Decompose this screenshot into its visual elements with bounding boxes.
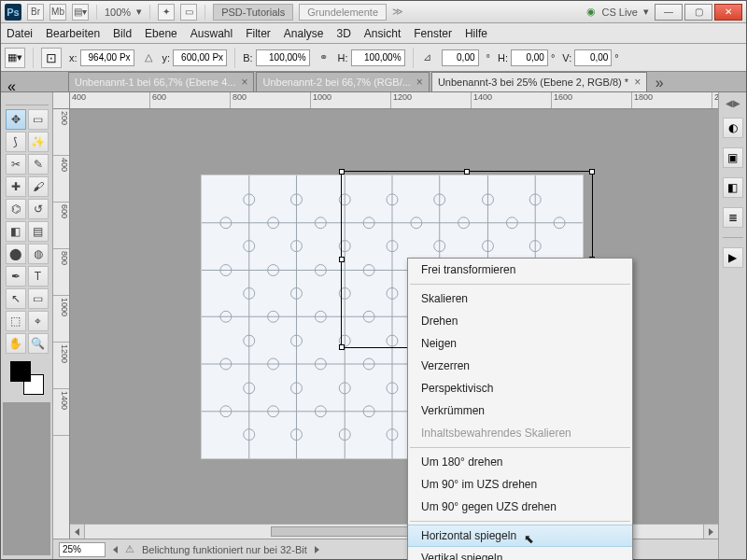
link-wh-icon[interactable]: ⚭ <box>317 51 331 63</box>
w-input[interactable] <box>256 49 310 66</box>
doc-tab-3[interactable]: Unbenannt-3 bei 25% (Ebene 2, RGB/8) *× <box>431 72 647 91</box>
eraser-tool[interactable]: ◧ <box>6 221 26 242</box>
3d-tool[interactable]: ⬚ <box>6 311 26 331</box>
color-panel-icon[interactable]: ◐ <box>723 118 743 138</box>
workspace-tab-2[interactable]: Grundelemente <box>299 4 387 21</box>
scroll-right-button[interactable] <box>703 525 718 539</box>
transform-tool-icon[interactable]: ▦▾ <box>5 48 25 68</box>
ruler-corner[interactable] <box>53 92 70 108</box>
reference-point-icon[interactable]: ⊡ <box>41 48 62 68</box>
transform-handle[interactable] <box>339 257 345 262</box>
context-menu-item[interactable]: Vertikal spiegeln <box>408 547 632 560</box>
hand-tool-button[interactable]: ✦ <box>158 4 175 21</box>
menu-analyse[interactable]: Analyse <box>284 27 324 40</box>
menu-filter[interactable]: Filter <box>246 27 271 40</box>
minibridge-button[interactable]: Mb <box>49 4 66 21</box>
ruler-vertical[interactable]: 200400600800100012001400 <box>53 109 70 539</box>
lasso-tool[interactable]: ⟆ <box>6 132 26 152</box>
menu-ansicht[interactable]: Ansicht <box>364 27 401 40</box>
foreground-color[interactable] <box>10 361 31 382</box>
zoom-tool[interactable]: 🔍 <box>28 333 49 354</box>
layers-panel-icon[interactable]: ≣ <box>723 207 743 228</box>
close-icon[interactable]: × <box>416 76 423 89</box>
x-input[interactable] <box>80 49 134 66</box>
menu-bearbeiten[interactable]: Bearbeiten <box>46 27 100 40</box>
context-menu-item[interactable]: Horizontal spiegeln⬉ <box>408 525 632 547</box>
marquee-tool[interactable]: ▭ <box>28 109 49 130</box>
chevron-double-right-icon[interactable]: ≫ <box>392 6 403 18</box>
chevron-double-left-icon[interactable]: « <box>7 78 21 91</box>
ruler-horizontal[interactable]: 400600800100012001400160018002000 <box>53 92 718 109</box>
doc-tab-1[interactable]: Unbenannt-1 bei 66,7% (Ebene 4...× <box>68 72 254 91</box>
context-menu-item[interactable]: Um 90° gegen UZS drehen <box>408 496 632 518</box>
prev-icon[interactable] <box>113 546 118 553</box>
context-menu-item[interactable]: Skalieren <box>408 287 632 310</box>
path-select-tool[interactable]: ↖ <box>6 288 26 309</box>
dodge-tool[interactable]: ◍ <box>28 244 49 264</box>
wand-tool[interactable]: ✨ <box>28 132 49 152</box>
close-button[interactable]: ✕ <box>714 4 742 21</box>
toolbox-handle[interactable] <box>6 96 49 105</box>
delta-icon[interactable]: △ <box>142 51 155 63</box>
context-menu-item[interactable]: Verkrümmen <box>408 399 632 422</box>
eyedropper-tool[interactable]: ✎ <box>28 154 49 175</box>
view-tool-button[interactable]: ▭ <box>180 4 197 21</box>
y-input[interactable] <box>173 49 227 66</box>
close-icon[interactable]: × <box>634 76 641 89</box>
transform-handle[interactable] <box>464 169 470 175</box>
menu-fenster[interactable]: Fenster <box>414 27 452 40</box>
cs-live-label[interactable]: CS Live <box>601 7 638 18</box>
move-tool[interactable]: ✥ <box>6 109 26 130</box>
tab-overflow-button[interactable]: » <box>651 75 668 91</box>
titlebar-zoom[interactable]: 100% <box>105 7 131 18</box>
cs-live-icon[interactable]: ◉ <box>586 6 596 18</box>
swatches-panel-icon[interactable]: ▣ <box>723 147 743 168</box>
transform-handle[interactable] <box>339 169 345 175</box>
expand-dock-button[interactable]: ◀▶ <box>726 98 740 108</box>
menu-3d[interactable]: 3D <box>337 27 351 40</box>
gradient-tool[interactable]: ▤ <box>28 221 49 242</box>
layout-menu-button[interactable]: ▤▾ <box>72 4 89 21</box>
history-brush-tool[interactable]: ↺ <box>28 199 49 219</box>
h-input[interactable] <box>351 49 405 66</box>
context-menu-item[interactable]: Neigen <box>408 332 632 355</box>
context-menu-item[interactable]: Perspektivisch <box>408 377 632 399</box>
menu-datei[interactable]: Datei <box>7 27 33 40</box>
context-menu-item[interactable]: Drehen <box>408 310 632 332</box>
workspace-tab-1[interactable]: PSD-Tutorials <box>213 4 293 21</box>
shape-tool[interactable]: ▭ <box>28 288 49 309</box>
pen-tool[interactable]: ✒ <box>6 266 26 287</box>
type-tool[interactable]: T <box>28 266 49 287</box>
doc-tab-2[interactable]: Unbenannt-2 bei 66,7% (RGB/...× <box>256 72 429 91</box>
actions-panel-icon[interactable]: ▶ <box>723 247 743 268</box>
color-swatches[interactable] <box>10 361 44 395</box>
menu-bild[interactable]: Bild <box>113 27 132 40</box>
context-menu-item[interactable]: Frei transformieren <box>408 259 632 281</box>
transform-handle[interactable] <box>589 169 595 175</box>
menu-ebene[interactable]: Ebene <box>145 27 177 40</box>
next-icon[interactable] <box>315 546 319 553</box>
crop-tool[interactable]: ✂ <box>6 154 26 175</box>
scroll-left-button[interactable] <box>70 525 85 539</box>
bridge-button[interactable]: Br <box>27 4 44 21</box>
skew-v-input[interactable] <box>574 49 612 66</box>
transform-handle[interactable] <box>339 344 345 350</box>
minimize-button[interactable]: — <box>655 4 683 21</box>
zoom-field[interactable] <box>59 542 106 557</box>
angle-input[interactable] <box>442 49 479 66</box>
context-menu-item[interactable]: Um 90° im UZS drehen <box>408 473 632 496</box>
stamp-tool[interactable]: ⌬ <box>6 199 26 219</box>
brush-tool[interactable]: 🖌 <box>28 176 49 197</box>
skew-h-input[interactable] <box>511 49 548 66</box>
adjustments-panel-icon[interactable]: ◧ <box>723 177 743 198</box>
maximize-button[interactable]: ▢ <box>684 4 712 21</box>
context-menu-item[interactable]: Verzerren <box>408 355 632 377</box>
hand-tool[interactable]: ✋ <box>6 333 26 354</box>
context-menu-item[interactable]: Um 180° drehen <box>408 451 632 473</box>
heal-tool[interactable]: ✚ <box>6 176 26 197</box>
blur-tool[interactable]: ⬤ <box>6 244 26 264</box>
camera-tool[interactable]: ⌖ <box>28 311 49 331</box>
close-icon[interactable]: × <box>241 76 247 89</box>
menu-hilfe[interactable]: Hilfe <box>465 27 487 40</box>
menu-auswahl[interactable]: Auswahl <box>190 27 233 40</box>
